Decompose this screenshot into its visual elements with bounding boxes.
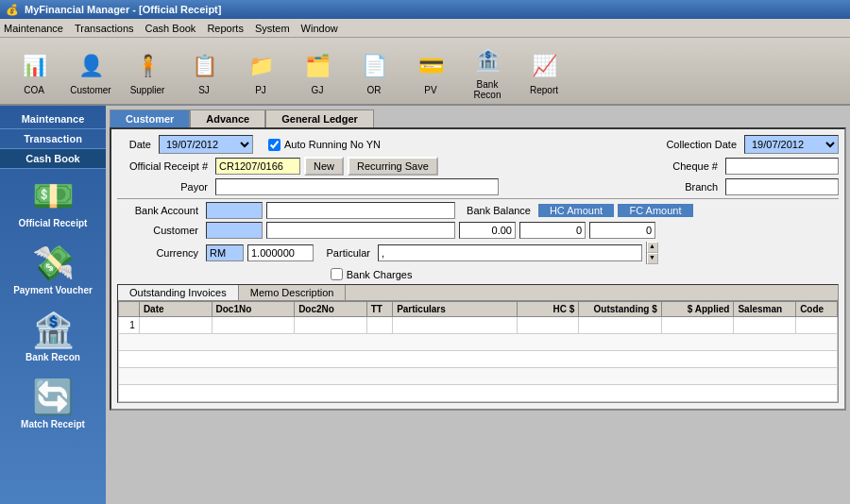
match-receipt-icon: 🔄 — [32, 378, 75, 417]
toolbar-supplier[interactable]: 🧍 Supplier — [121, 45, 174, 97]
row-date[interactable] — [139, 317, 212, 334]
or-icon: 📄 — [355, 47, 393, 85]
sidebar-match-receipt[interactable]: 🔄 Match Receipt — [0, 370, 106, 437]
menu-bar: Maintenance Transactions Cash Book Repor… — [0, 19, 850, 38]
row-doc2no[interactable] — [295, 317, 367, 334]
sub-tab-bar: Outstanding Invoices Memo Description — [118, 285, 838, 301]
supplier-icon: 🧍 — [128, 47, 166, 85]
sidebar-item-maintenance[interactable]: Maintenance — [0, 109, 106, 129]
customer-code[interactable] — [206, 222, 263, 239]
recurring-save-button[interactable]: Recurring Save — [348, 157, 438, 176]
app-title: MyFinancial Manager - [Official Receipt] — [25, 4, 221, 15]
empty-row-5 — [119, 385, 838, 402]
pj-icon: 📁 — [242, 47, 280, 85]
customer-label: Customer — [117, 225, 202, 236]
tab-bar: Customer Advance General Ledger — [110, 109, 846, 127]
toolbar-sj[interactable]: 📋 SJ — [178, 45, 230, 97]
customer-name[interactable] — [266, 222, 455, 239]
tab-general-ledger[interactable]: General Ledger — [265, 109, 374, 127]
empty-row-2 — [119, 334, 838, 351]
invoices-table-container: Outstanding Invoices Memo Description Da… — [117, 284, 839, 403]
receipt-row: Official Receipt # New Recurring Save Ch… — [117, 157, 839, 176]
sidebar-bank-recon[interactable]: 🏦 Bank Recon — [0, 303, 106, 370]
date-label: Date — [117, 139, 155, 150]
row-doc1no[interactable] — [212, 317, 295, 334]
row-hc[interactable] — [517, 317, 579, 334]
toolbar-gj[interactable]: 🗂️ GJ — [291, 45, 344, 97]
toolbar: 📊 COA 👤 Customer 🧍 Supplier 📋 SJ 📁 PJ 🗂️… — [0, 38, 850, 106]
row-outstanding[interactable] — [579, 317, 662, 334]
customer-row: Customer — [117, 222, 839, 239]
scroll-down-btn[interactable]: ▼ — [647, 253, 658, 264]
sub-tab-memo-description[interactable]: Memo Description — [239, 285, 347, 300]
auto-running-checkbox[interactable] — [268, 139, 280, 151]
toolbar-coa[interactable]: 📊 COA — [8, 45, 60, 97]
new-button[interactable]: New — [304, 157, 344, 176]
form-panel: Date 19/07/2012 Auto Running No YN Colle… — [110, 127, 846, 411]
auto-running-label: Auto Running No YN — [284, 139, 384, 150]
branch-input[interactable] — [725, 178, 839, 195]
official-receipt-icon: 💵 — [32, 176, 75, 216]
official-receipt-input[interactable] — [215, 158, 300, 175]
collection-date-input[interactable]: 19/07/2012 — [744, 135, 839, 154]
particular-scrollbar[interactable]: ▲ ▼ — [646, 242, 657, 264]
toolbar-report[interactable]: 📈 Report — [518, 45, 570, 97]
hc-amount-label: HC Amount — [538, 204, 614, 217]
bank-balance-value[interactable] — [459, 222, 516, 239]
particular-label: Particular — [317, 247, 374, 259]
pv-icon: 💳 — [412, 47, 450, 85]
col-code: Code — [796, 302, 838, 317]
sidebar: Maintenance Transaction Cash Book 💵 Offi… — [0, 106, 106, 504]
collection-date-label: Collection Date — [637, 139, 740, 150]
row-tt[interactable] — [366, 317, 392, 334]
title-bar: 💰 MyFinancial Manager - [Official Receip… — [0, 0, 850, 19]
sidebar-item-transaction[interactable]: Transaction — [0, 129, 106, 149]
sidebar-official-receipt[interactable]: 💵 Official Receipt — [0, 169, 106, 236]
bank-account-name[interactable] — [266, 202, 455, 219]
row-code[interactable] — [796, 317, 838, 334]
sub-tab-outstanding-invoices[interactable]: Outstanding Invoices — [118, 285, 239, 300]
cheque-label: Cheque # — [655, 160, 722, 172]
date-input[interactable]: 19/07/2012 — [159, 135, 253, 154]
payor-row: Payor Branch — [117, 178, 839, 195]
menu-system[interactable]: System — [255, 23, 290, 34]
sj-icon: 📋 — [185, 47, 223, 85]
menu-cashbook[interactable]: Cash Book — [145, 23, 196, 34]
currency-rate-input[interactable] — [247, 244, 314, 261]
menu-maintenance[interactable]: Maintenance — [4, 23, 63, 34]
toolbar-pj[interactable]: 📁 PJ — [234, 45, 287, 97]
cheque-input[interactable] — [725, 158, 839, 175]
menu-reports[interactable]: Reports — [207, 23, 244, 34]
row-applied[interactable] — [661, 317, 734, 334]
bank-account-code[interactable] — [206, 202, 263, 219]
payor-input[interactable] — [215, 178, 499, 195]
toolbar-or[interactable]: 📄 OR — [348, 45, 400, 97]
report-icon: 📈 — [525, 47, 563, 85]
tab-advance[interactable]: Advance — [190, 109, 265, 127]
fc-amount-label: FC Amount — [618, 204, 693, 217]
payment-voucher-icon: 💸 — [32, 244, 75, 283]
col-outstanding: Outstanding $ — [579, 302, 662, 317]
row-salesman[interactable] — [734, 317, 796, 334]
toolbar-customer[interactable]: 👤 Customer — [64, 45, 117, 97]
toolbar-bank-recon[interactable]: 🏦 Bank Recon — [461, 40, 514, 102]
scroll-up-btn[interactable]: ▲ — [647, 242, 658, 253]
toolbar-pv[interactable]: 💳 PV — [404, 45, 457, 97]
fc-amount-value[interactable] — [589, 222, 655, 239]
sidebar-item-cashbook[interactable]: Cash Book — [0, 149, 106, 169]
particular-input[interactable] — [378, 244, 642, 261]
bank-charges-checkbox[interactable] — [331, 268, 343, 280]
menu-window[interactable]: Window — [301, 23, 338, 34]
hc-amount-value[interactable] — [519, 222, 586, 239]
invoices-table: Date Doc1No Doc2No TT Particulars HC $ O… — [118, 301, 838, 402]
sidebar-payment-voucher[interactable]: 💸 Payment Voucher — [0, 236, 106, 303]
empty-row-3 — [119, 351, 838, 368]
menu-transactions[interactable]: Transactions — [75, 23, 134, 34]
tab-customer[interactable]: Customer — [110, 109, 190, 127]
table-row: 1 — [119, 317, 838, 334]
currency-input[interactable] — [206, 244, 244, 261]
bank-balance-label: Bank Balance — [459, 205, 535, 216]
row-particulars[interactable] — [393, 317, 517, 334]
branch-label: Branch — [655, 181, 722, 193]
row-num: 1 — [119, 317, 140, 334]
